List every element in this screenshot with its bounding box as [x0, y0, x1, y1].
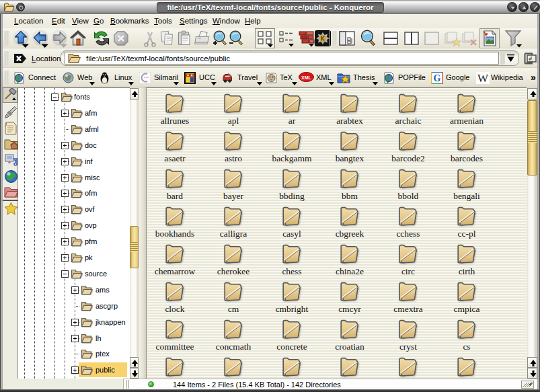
svg-text:G: G: [434, 73, 441, 83]
svg-text:W: W: [477, 72, 489, 84]
svg-text:XML: XML: [301, 75, 312, 80]
